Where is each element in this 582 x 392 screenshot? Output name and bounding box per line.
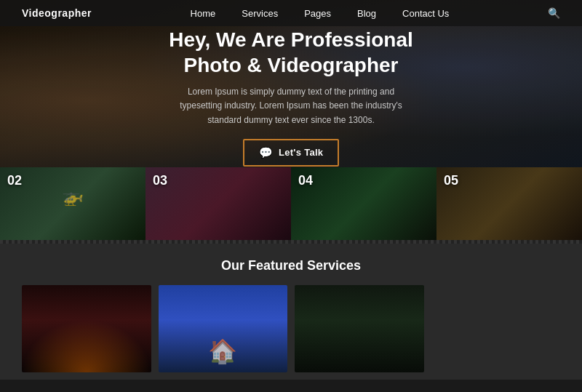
- gallery-item-03[interactable]: 03: [146, 167, 291, 240]
- brand-logo[interactable]: Videographer: [22, 7, 92, 19]
- hero-title: Hey, We Are Professional Photo & Videogr…: [167, 27, 415, 78]
- whatsapp-icon: 💬: [259, 146, 273, 159]
- featured-card-concert[interactable]: [22, 285, 151, 372]
- search-icon[interactable]: 🔍: [548, 7, 560, 19]
- cta-button[interactable]: 💬 Let's Talk: [243, 139, 340, 167]
- gallery-strip: 02 03 04 05: [0, 167, 582, 240]
- nav-item-blog[interactable]: Blog: [357, 7, 376, 20]
- featured-section: Our Featured Services: [0, 244, 582, 380]
- hero-content: Hey, We Are Professional Photo & Videogr…: [167, 27, 415, 167]
- featured-card-portrait[interactable]: [295, 285, 424, 372]
- nav-links: Home Services Pages Blog Contact Us: [191, 7, 450, 20]
- gallery-item-02[interactable]: 02: [0, 167, 146, 240]
- gallery-item-05[interactable]: 05: [436, 167, 582, 240]
- featured-title: Our Featured Services: [22, 258, 560, 273]
- featured-card-drone[interactable]: [431, 285, 561, 372]
- featured-grid: [22, 285, 560, 372]
- featured-card-realestate[interactable]: [159, 285, 288, 372]
- nav-item-contact[interactable]: Contact Us: [402, 7, 449, 20]
- gallery-item-04[interactable]: 04: [291, 167, 436, 240]
- hero-subtitle: Lorem Ipsum is simply dummy text of the …: [167, 85, 415, 127]
- nav-item-services[interactable]: Services: [242, 7, 278, 20]
- navbar: Videographer Home Services Pages Blog Co…: [0, 0, 582, 26]
- nav-item-pages[interactable]: Pages: [304, 7, 331, 20]
- nav-item-home[interactable]: Home: [191, 7, 216, 20]
